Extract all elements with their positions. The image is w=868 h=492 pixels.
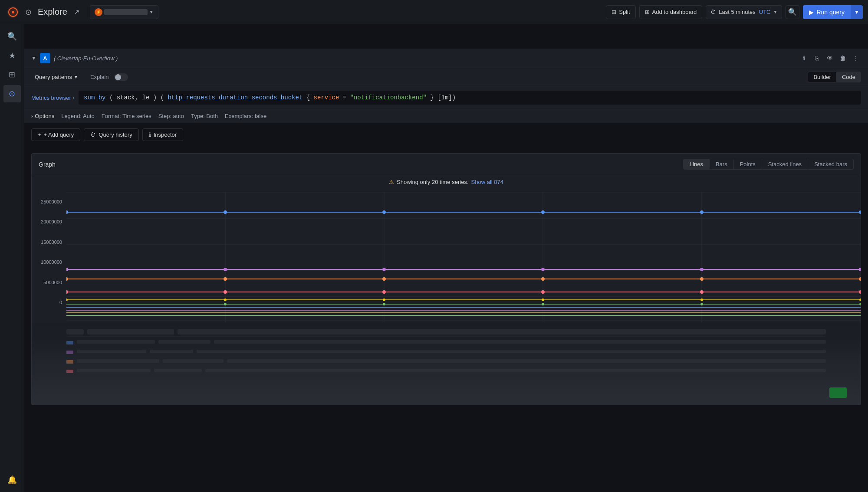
table-row [66, 367, 826, 375]
query-visibility-icon[interactable]: 👁 [825, 53, 835, 63]
query-row-icons: ℹ ⎘ 👁 🗑 ⋮ [799, 53, 861, 63]
query-delete-icon[interactable]: 🗑 [838, 53, 848, 63]
show-all-link[interactable]: Show all 874 [471, 179, 503, 185]
series-dot-5b [224, 298, 227, 301]
series-dot-3a [66, 277, 68, 281]
run-query-dropdown-button[interactable]: ▼ [851, 5, 863, 19]
patterns-chevron-icon: ▼ [74, 75, 78, 79]
graph-header: Graph Lines Bars Points Stacked lines St… [32, 154, 861, 175]
options-chevron-icon: › [31, 113, 33, 119]
y-label-20m: 20000000 [41, 219, 62, 224]
series-dot-1d [541, 210, 545, 214]
action-bar: + + Add query ⏱ Query history ℹ Inspecto… [24, 123, 868, 146]
legend-info: Legend: Auto [61, 113, 95, 119]
series-dot-5d [542, 298, 544, 301]
query-code-display[interactable]: sum by ( stack, le ) ( http_requests_dur… [79, 91, 861, 105]
code-open-paren: ( [109, 94, 113, 101]
code-value: "notificationbackend" [350, 94, 427, 101]
datasource-selector[interactable]: ⚡ ▼ [90, 5, 158, 19]
series-dot-4c [382, 290, 386, 294]
graph-type-points[interactable]: Points [734, 159, 762, 170]
code-by: by [99, 94, 109, 101]
graph-content: ⚠ Showing only 20 time series. Show all … [32, 175, 861, 405]
series-dot-6b [224, 303, 227, 305]
sidebar-item-alerting[interactable]: 🔔 [3, 471, 21, 489]
header-right-actions: ⊟ Split ⊞ Add to dashboard ⏱ Last 5 minu… [606, 5, 863, 19]
query-label: A [40, 53, 50, 63]
graph-warning: ⚠ Showing only 20 time series. Show all … [32, 175, 861, 189]
run-query-group: ▶ Run query ▼ [803, 5, 863, 19]
code-button[interactable]: Code [837, 72, 861, 82]
time-range-label: Last 5 minutes [719, 9, 756, 15]
sidebar-item-explore[interactable]: ⊙ [3, 85, 21, 102]
explain-toggle[interactable] [114, 73, 128, 81]
history-icon: ⏱ [90, 131, 96, 138]
code-eq: = [343, 94, 346, 101]
query-info-icon[interactable]: ℹ [799, 53, 809, 63]
query-collapse-toggle[interactable]: ▼ [31, 55, 36, 61]
query-patterns-label: Query patterns [35, 74, 72, 80]
code-brace-open: { [306, 94, 310, 101]
query-row: ▼ A ( Clevertap-Eu-Overflow ) ℹ ⎘ 👁 🗑 ⋮ [24, 49, 868, 68]
graph-type-buttons: Lines Bars Points Stacked lines Stacked … [683, 159, 854, 170]
query-more-icon[interactable]: ⋮ [851, 53, 861, 63]
graph-type-bars[interactable]: Bars [710, 159, 734, 170]
explain-label: Explain [90, 74, 109, 80]
query-datasource: ( Clevertap-Eu-Overflow ) [54, 55, 118, 62]
series-dot-3d [541, 277, 545, 281]
green-badge [829, 387, 847, 398]
y-label-25m: 25000000 [41, 199, 62, 204]
warning-text: Showing only 20 time series. [397, 179, 468, 185]
series-dot-5e [700, 298, 703, 301]
time-range-picker[interactable]: ⏱ Last 5 minutes UTC ▼ [706, 5, 782, 19]
series-dot-4b [224, 290, 227, 294]
graph-panel: Graph Lines Bars Points Stacked lines St… [31, 153, 861, 405]
query-toolbar: Query patterns ▼ Explain Builder Code [24, 68, 868, 86]
chart-container: 25000000 20000000 15000000 10000000 5000… [32, 192, 861, 322]
query-patterns-dropdown[interactable]: Query patterns ▼ [31, 72, 82, 82]
add-query-button[interactable]: + + Add query [31, 128, 80, 141]
series-dot-3e [700, 277, 704, 281]
graph-type-stacked-lines[interactable]: Stacked lines [762, 159, 808, 170]
options-toggle[interactable]: › Options [31, 113, 54, 119]
series-dot-2c [382, 268, 386, 271]
metrics-browser-button[interactable]: Metrics browser › [31, 95, 74, 101]
query-panel: ▼ A ( Clevertap-Eu-Overflow ) ℹ ⎘ 👁 🗑 ⋮ … [24, 49, 868, 123]
blurred-table-section [32, 322, 861, 405]
run-query-button[interactable]: ▶ Run query [803, 5, 851, 19]
metrics-browser-label: Metrics browser [31, 95, 71, 101]
add-to-dashboard-button[interactable]: ⊞ Add to dashboard [639, 5, 703, 19]
series-dot-2f [859, 268, 861, 271]
sidebar-item-search[interactable]: 🔍 [3, 28, 21, 45]
inspector-button[interactable]: ℹ Inspector [142, 128, 183, 141]
code-range: [1m]) [437, 94, 456, 101]
clock-icon: ⏱ [710, 9, 716, 15]
share-icon[interactable]: ↗ [71, 6, 83, 18]
query-copy-icon[interactable]: ⎘ [812, 53, 822, 63]
add-to-dashboard-label: Add to dashboard [652, 9, 697, 15]
search-button[interactable]: 🔍 [786, 5, 799, 19]
grafana-logo[interactable] [5, 4, 21, 20]
query-input-row: Metrics browser › sum by ( stack, le ) (… [24, 86, 868, 109]
query-history-button[interactable]: ⏱ Query history [84, 128, 138, 141]
sidebar-item-starred[interactable]: ★ [3, 47, 21, 64]
chart-svg [66, 192, 861, 322]
format-info: Format: Time series [102, 113, 151, 119]
series-dot-2e [700, 268, 704, 271]
split-label: Split [619, 9, 630, 15]
table-row [66, 358, 826, 365]
svg-point-1 [12, 11, 14, 13]
series-dot-1e [700, 210, 704, 214]
series-dot-6c [383, 303, 385, 305]
series-dot-5 [66, 298, 68, 301]
graph-type-stacked-bars[interactable]: Stacked bars [808, 159, 854, 170]
sidebar-item-dashboards[interactable]: ⊞ [3, 66, 21, 83]
exemplars-info: Exemplars: false [225, 113, 266, 119]
graph-type-lines[interactable]: Lines [683, 159, 710, 170]
series-dot-3f [859, 277, 861, 281]
split-button[interactable]: ⊟ Split [606, 5, 635, 19]
search-icon: 🔍 [788, 8, 797, 16]
y-label-0: 0 [59, 300, 62, 305]
builder-button[interactable]: Builder [808, 72, 836, 82]
series-dot-4e [700, 290, 704, 294]
